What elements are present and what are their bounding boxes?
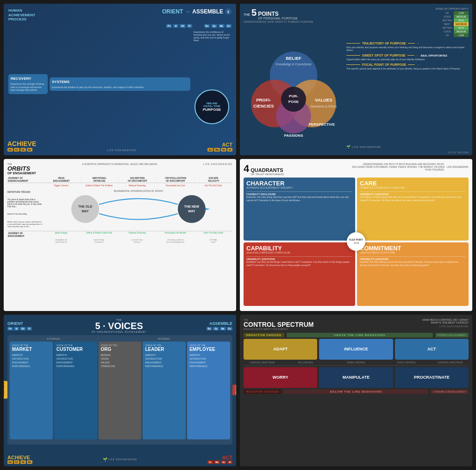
assemble-chip-me: Me — [219, 24, 225, 28]
achieve-im: Im — [7, 460, 13, 464]
card1-title: HUMAN ACHIEVEMENT PROCESS — [8, 8, 35, 22]
eng-row-3: Rational Drowning — [118, 231, 156, 238]
care-quadrant: CARE Committed Consistent Connected CRED… — [357, 178, 469, 241]
c3-solidifying-header: SOLIDIFYINGOF DISCOMFORT — [118, 176, 156, 183]
commitment-title: COMMITMENT — [360, 245, 466, 251]
eng-row-4: Personalize the Benefit — [157, 231, 194, 238]
assemble-chip-en: En — [226, 24, 232, 28]
svg-text:PUR-: PUR- — [289, 94, 298, 98]
build-label: Build To The New Way — [7, 213, 42, 215]
systems-desc: Experience the position to give you the … — [52, 86, 188, 89]
c5-pi: Pi — [27, 327, 32, 330]
points-label: POINTS — [258, 11, 298, 17]
orient-desc: Experience the confidence of knowing who… — [192, 29, 232, 73]
achieve-re: Re — [27, 460, 32, 464]
prospects-label: PROSPECTS — [4, 381, 7, 399]
spectrum-label-left: CONTROL SPECTRUM — [244, 361, 281, 364]
below-line-label: BELOW THE LINE BEHAVIORS — [284, 389, 428, 394]
svg-text:PROFI-: PROFI- — [256, 97, 271, 102]
c5-ob: Ob — [20, 327, 26, 330]
state-3: SOLIDIFYINGINSIGHT — [118, 239, 156, 243]
spectrum-total-control: TOTAL CONTROL — [381, 361, 432, 364]
orient-chip-id: Id — [173, 24, 178, 28]
state-4: CRYSTALLIZATIONOF DETERMINATION — [157, 239, 194, 243]
venn-diagram: BELIEF Knowledge & Convictions VALUES St… — [244, 39, 344, 149]
svg-text:THE OLD: THE OLD — [78, 205, 93, 208]
ideal-opps-label: IDEAL OPPORTUNITIES — [421, 54, 447, 57]
c4-understanding: UNDERSTANDING THE PATH TO BOTH BUILDING … — [352, 163, 445, 171]
eng-row-5: Enter The New Order — [194, 231, 232, 238]
c3-emotional-header: EMOTIONALINCREASE — [80, 176, 118, 183]
foster-label: FOSTER LUCK & ENERGY — [435, 333, 469, 337]
c3-engagement-label: JOURNEY OFENGAGEMENT — [7, 231, 42, 238]
svg-text:PASSIONS: PASSIONS — [284, 133, 303, 138]
c5-en: En — [227, 327, 232, 330]
c2-understanding: UNDERSTANDING HOW IDENTITY POWERS PURPOS… — [244, 20, 313, 23]
eng-row-1: Ignite Intrigue — [42, 231, 80, 238]
proactive-label: PROACTIVE CHOICES — [244, 333, 284, 337]
orient-chip-ob: Ob — [180, 24, 186, 28]
logo-card1: LIFE ENGINEERING — [107, 149, 137, 152]
care-title: CARE — [360, 180, 466, 186]
orbits-title: ORBITS — [7, 165, 36, 171]
trajectory-label: TRAJECTORY OF PURPOSE — [362, 42, 406, 45]
quadrants-label: QUADRANTS — [251, 168, 284, 173]
trajectory-section: TRAJECTORY OF PURPOSE → How your identit… — [346, 42, 469, 51]
card-control-spectrum: THE CONTROL SPECTRUM HOW DECISIONS IMPAC… — [240, 315, 472, 466]
sweet-spot-label: SWEET SPOT OF PURPOSE — [362, 54, 406, 57]
the-label: THE — [244, 13, 250, 16]
internal-label: INTERNAL — [98, 337, 230, 340]
commitment-quadrant: COMMITMENT Invested Results Outcome CRED… — [357, 242, 469, 305]
reactive-label: REACTIVE CHOICES — [244, 389, 282, 394]
c5-me: Me — [220, 327, 226, 330]
external-label: EXTERNAL — [10, 337, 98, 340]
recovery-desc: Experience the strength of being able to… — [11, 83, 45, 92]
c3-crystallization-header: CRYSTALLIZATIONOF DISCOMFORT — [157, 176, 194, 183]
achieve-chip-gr: Gr — [14, 148, 19, 152]
orient-chip-pi: Pi — [187, 24, 192, 28]
c3-escape-header: ESCAPEVELOCITY — [194, 176, 232, 183]
worry-box: WORRY — [244, 367, 317, 388]
engagement-title: OF ENGAGEMENT — [7, 171, 36, 175]
svg-text:THE NEW: THE NEW — [184, 205, 200, 208]
c5-id: Id — [14, 327, 19, 330]
orbits-diagram: THE OLD WAY INCREMENTAL INTENSIFICATION … — [44, 188, 232, 230]
act-ma: Ma — [214, 460, 220, 464]
out-of-zone-label: OUT OF THE ZONE — [448, 151, 469, 154]
svg-marker-22 — [206, 208, 210, 210]
c5-act-footer: ACT — [207, 455, 232, 460]
svg-point-15 — [71, 195, 99, 223]
capability-quadrant: CAPABILITY Qualified Competent Curriculu… — [244, 242, 355, 305]
assemble-chip-sp: Sp — [211, 24, 217, 28]
state-1: UNAWARE OFUNINTEREST — [42, 239, 80, 243]
build-desc: At the same time you want to lead them t… — [7, 221, 42, 228]
card-orbits: THE ORBITS OF ENGAGEMENT A SCIENTIFIC AP… — [4, 159, 236, 311]
breakdown-desc: You want to break down that a problem an… — [7, 198, 42, 208]
assemble-label: ASSEMBLE — [192, 8, 223, 15]
card-human-achievement: HUMAN ACHIEVEMENT PROCESS ORIENT → ASSEM… — [4, 4, 236, 155]
character-text: Authentic: Are they doing what they say … — [246, 196, 352, 202]
logo-card4: LIFE ENGINEERING — [447, 165, 469, 168]
focal-point-desc: The specific actions best aligned to the… — [346, 67, 469, 70]
svg-text:INCREMENTAL INTENSIFICATION OF: INCREMENTAL INTENSIFICATION OF INTENT — [113, 190, 163, 192]
voice-org: VOICE OF THE ORG MISSION VISION VALUES S… — [99, 342, 142, 439]
dis-row-5: Exit The Old Order — [194, 184, 232, 187]
svg-text:WAY: WAY — [188, 210, 195, 213]
spectrum-no-control: NO CONTROL — [281, 361, 331, 364]
capability-text: Qualified: Can they do the things I need… — [246, 260, 352, 267]
achieve-chip-va: Va — [20, 148, 26, 152]
c3-journey-header: JOURNEY OFDISENGAGEMENT — [7, 176, 42, 183]
consume-label: CONSUME & ERODE ENERGY — [431, 389, 469, 394]
above-line-label: ABOVE THE LINE BEHAVIORS — [287, 333, 433, 337]
act-chip-im: Im — [221, 148, 226, 152]
commitment-text: Invested: Are they willing to put in the… — [360, 260, 466, 267]
character-title: CHARACTER — [246, 180, 352, 186]
dis-row-2: Define & Refine The Problem — [80, 184, 118, 187]
orient-chip-po: Po — [166, 24, 172, 28]
c3-peak-header: PEAKENGAGEMENT — [42, 176, 80, 183]
svg-text:VALUES: VALUES — [315, 97, 332, 102]
focal-point-section: FOCAL POINT OF PURPOSE → The specific ac… — [346, 63, 469, 70]
c5-orient: ORIENT — [7, 321, 32, 326]
achieve-label: ACHIEVE — [7, 140, 36, 147]
card-5-voices: ORIENT Po Id Ob Pi THE 5 · VOICES OF ORG… — [4, 315, 236, 466]
